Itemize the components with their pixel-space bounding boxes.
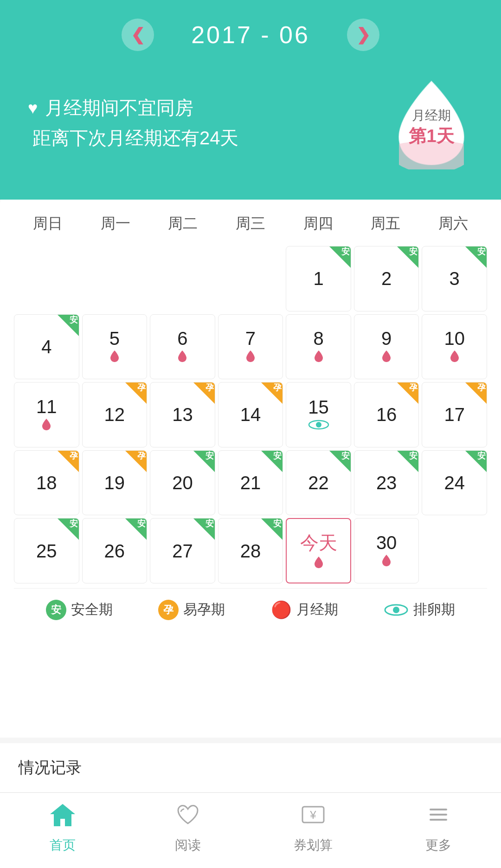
svg-text:¥: ¥: [309, 809, 316, 821]
table-row[interactable]: 11: [14, 382, 79, 447]
drop-label: 月经期: [412, 107, 451, 124]
weekdays-row: 周日 周一 周二 周三 周四 周五 周六: [14, 209, 487, 239]
table-row[interactable]: 安4: [14, 314, 79, 380]
table-row[interactable]: 5: [82, 314, 148, 380]
nav-home[interactable]: 首页: [0, 802, 125, 854]
table-row[interactable]: [14, 246, 79, 311]
ovulation-label: 排卵期: [413, 600, 455, 619]
weekday-thu: 周四: [284, 209, 352, 239]
period-icon: 🔴: [271, 600, 292, 620]
month-nav: ❮ 2017 - 06 ❯: [28, 19, 473, 51]
nav-home-label: 首页: [50, 836, 76, 854]
period-label: 月经期: [296, 600, 338, 619]
coupon-icon: ¥: [301, 802, 326, 833]
table-row[interactable]: 安24: [422, 450, 487, 516]
table-row[interactable]: 孕12: [82, 382, 148, 447]
fertile-icon: 孕: [158, 600, 179, 620]
header-section: ❮ 2017 - 06 ❯ ♥ 月经期间不宜同房 距离下次月经期还有24天 月经…: [0, 0, 501, 200]
situation-section: 情况记录: [0, 738, 501, 792]
nav-read-label: 阅读: [175, 836, 201, 854]
legend: 安 安全期 孕 易孕期 🔴 月经期 排卵期: [14, 588, 487, 631]
info-line2: 距离下次月经期还有24天: [32, 125, 239, 151]
nav-more-label: 更多: [425, 836, 451, 854]
ovulation-eye-icon: [384, 603, 409, 616]
legend-period: 🔴 月经期: [271, 600, 338, 620]
table-row[interactable]: 10: [422, 314, 487, 380]
legend-ovulation: 排卵期: [384, 600, 455, 619]
table-row[interactable]: 7: [218, 314, 283, 380]
calendar-grid: 安1安2安3安4567891011孕12孕13孕1415孕16孕17孕18孕19…: [14, 246, 487, 583]
table-row[interactable]: 安27: [150, 518, 215, 583]
weekday-mon: 周一: [82, 209, 149, 239]
table-row[interactable]: [82, 246, 148, 311]
table-row[interactable]: 孕14: [218, 382, 283, 447]
legend-fertile: 孕 易孕期: [158, 600, 225, 620]
svg-point-3: [393, 607, 399, 613]
table-row[interactable]: 孕19: [82, 450, 148, 516]
table-row[interactable]: 安21: [218, 450, 283, 516]
table-row[interactable]: 安25: [14, 518, 79, 583]
table-row[interactable]: 安22: [286, 450, 351, 516]
table-row[interactable]: 安20: [150, 450, 215, 516]
table-row[interactable]: 今天: [286, 518, 351, 583]
nav-coupon-label: 券划算: [294, 836, 333, 854]
table-row[interactable]: 孕18: [14, 450, 79, 516]
table-row[interactable]: 安3: [422, 246, 487, 311]
heart-icon: ♥: [28, 98, 38, 118]
fertile-label: 易孕期: [183, 600, 225, 619]
next-month-button[interactable]: ❯: [347, 19, 379, 51]
calendar-section: 周日 周一 周二 周三 周四 周五 周六 安1安2安3安4567891011孕1…: [0, 190, 501, 738]
menu-icon: [426, 802, 451, 833]
weekday-sat: 周六: [419, 209, 487, 239]
svg-marker-4: [50, 804, 75, 826]
weekday-wed: 周三: [217, 209, 284, 239]
safe-label: 安全期: [71, 600, 113, 619]
bottom-nav: 首页 阅读 ¥ 券划算 更多: [0, 792, 501, 868]
svg-point-1: [316, 422, 321, 428]
legend-safe: 安 安全期: [46, 600, 113, 620]
table-row[interactable]: 孕13: [150, 382, 215, 447]
safe-icon: 安: [46, 600, 66, 620]
table-row[interactable]: 安2: [354, 246, 419, 311]
nav-read[interactable]: 阅读: [125, 802, 250, 854]
table-row[interactable]: 15: [286, 382, 351, 447]
table-row[interactable]: [218, 246, 283, 311]
weekday-tue: 周二: [149, 209, 217, 239]
drop-day: 第1天: [409, 124, 454, 148]
drop-badge: 月经期 第1天: [390, 74, 473, 172]
info-text: ♥ 月经期间不宜同房 距离下次月经期还有24天: [28, 95, 239, 151]
table-row[interactable]: 安28: [218, 518, 283, 583]
nav-more[interactable]: 更多: [376, 802, 501, 854]
info-section: ♥ 月经期间不宜同房 距离下次月经期还有24天 月经期 第1天: [28, 74, 473, 172]
table-row[interactable]: 6: [150, 314, 215, 380]
table-row[interactable]: 安1: [286, 246, 351, 311]
table-row[interactable]: 30: [354, 518, 419, 583]
info-line1: ♥ 月经期间不宜同房: [28, 95, 239, 121]
weekday-fri: 周五: [352, 209, 420, 239]
table-row[interactable]: 孕16: [354, 382, 419, 447]
table-row[interactable]: 孕17: [422, 382, 487, 447]
nav-coupon[interactable]: ¥ 券划算: [250, 802, 376, 854]
table-row[interactable]: 安26: [82, 518, 148, 583]
situation-title: 情况记录: [19, 758, 82, 776]
month-title: 2017 - 06: [191, 21, 310, 49]
prev-month-button[interactable]: ❮: [122, 19, 154, 51]
heart-nav-icon: [175, 802, 200, 833]
table-row[interactable]: 8: [286, 314, 351, 380]
home-icon: [49, 802, 76, 833]
weekday-sun: 周日: [14, 209, 82, 239]
table-row[interactable]: [150, 246, 215, 311]
table-row[interactable]: 安23: [354, 450, 419, 516]
table-row[interactable]: 9: [354, 314, 419, 380]
